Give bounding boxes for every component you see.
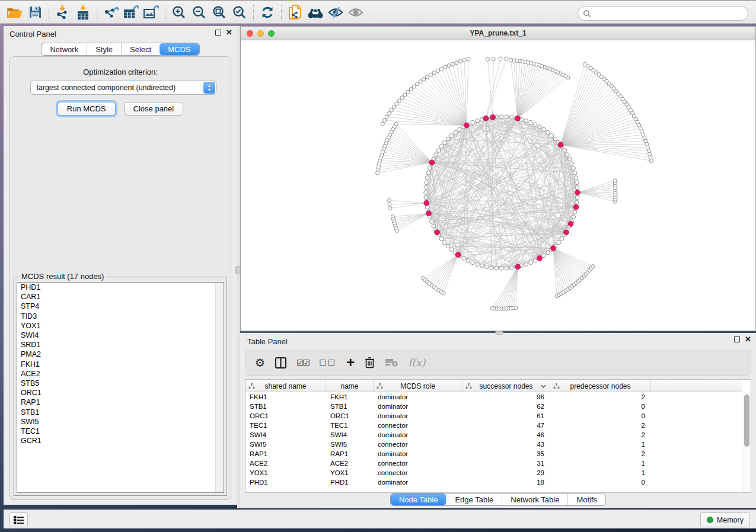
- mcds-result-item[interactable]: TID3: [17, 312, 224, 321]
- network-node[interactable]: [514, 306, 518, 309]
- network-node[interactable]: [485, 265, 489, 269]
- network-node[interactable]: [381, 122, 384, 126]
- network-node[interactable]: [546, 251, 550, 255]
- optimization-criterion-select[interactable]: largest connected component (undirected)…: [30, 81, 216, 95]
- network-node[interactable]: [471, 261, 475, 265]
- network-mcds-node[interactable]: [551, 246, 556, 251]
- export-image-icon[interactable]: [141, 3, 161, 22]
- mcds-result-item[interactable]: FKH1: [17, 360, 224, 369]
- network-node[interactable]: [422, 78, 426, 81]
- network-node[interactable]: [509, 116, 513, 120]
- network-node[interactable]: [387, 112, 391, 116]
- table-cell-successor-nodes[interactable]: 96: [462, 392, 550, 402]
- network-node[interactable]: [542, 127, 546, 132]
- table-row[interactable]: STB1STB1dominator620: [245, 402, 742, 411]
- deselect-all-icon[interactable]: ☐☐: [319, 358, 336, 367]
- network-node[interactable]: [563, 149, 567, 153]
- network-node[interactable]: [424, 191, 428, 195]
- close-panel-button[interactable]: Close panel: [124, 102, 184, 116]
- network-node[interactable]: [546, 130, 550, 134]
- function-builder-icon[interactable]: f(x): [408, 357, 425, 368]
- network-mcds-node[interactable]: [575, 190, 580, 196]
- mcds-result-item[interactable]: ORC1: [17, 388, 224, 398]
- table-scrollbar[interactable]: [742, 392, 751, 492]
- import-network-icon[interactable]: [53, 3, 73, 22]
- network-node[interactable]: [529, 120, 533, 124]
- table-row[interactable]: PHD1PHD1dominator180: [245, 477, 742, 487]
- network-node[interactable]: [451, 62, 455, 66]
- zoom-in-icon[interactable]: [169, 3, 189, 22]
- zoom-selected-icon[interactable]: [229, 3, 250, 22]
- search-box[interactable]: [578, 6, 748, 21]
- table-cell-mcds-role[interactable]: connector: [374, 468, 462, 477]
- network-mcds-node[interactable]: [515, 264, 521, 270]
- network-node[interactable]: [443, 241, 447, 245]
- table-cell-predecessor-nodes[interactable]: 2: [550, 392, 651, 402]
- table-scrollbar-thumb[interactable]: [744, 395, 749, 447]
- mcds-result-item[interactable]: RAP1: [17, 398, 224, 407]
- tab-network[interactable]: Network: [42, 43, 87, 55]
- network-node[interactable]: [440, 67, 444, 70]
- network-window-titlebar[interactable]: YPA_prune.txt_1: [241, 27, 755, 40]
- table-cell-successor-nodes[interactable]: 47: [462, 421, 550, 430]
- network-node[interactable]: [436, 149, 441, 153]
- table-cell-name[interactable]: ACE2: [326, 459, 374, 468]
- add-column-icon[interactable]: +: [346, 357, 355, 368]
- table-cell-shared-name[interactable]: SWI5: [245, 440, 326, 449]
- table-cell-successor-nodes[interactable]: 29: [462, 468, 550, 477]
- table-cell-mcds-role[interactable]: dominator: [374, 477, 462, 487]
- table-cell-mcds-role[interactable]: dominator: [374, 411, 462, 421]
- network-node[interactable]: [575, 200, 579, 204]
- table-row[interactable]: RAP1RAP1dominator352: [245, 449, 742, 459]
- mcds-result-item[interactable]: YOX1: [17, 321, 224, 331]
- network-node[interactable]: [575, 196, 579, 200]
- table-row[interactable]: ACE2ACE2connector311: [245, 459, 742, 468]
- network-node[interactable]: [395, 229, 398, 232]
- network-node[interactable]: [446, 244, 450, 248]
- network-node[interactable]: [462, 257, 466, 261]
- network-mcds-node[interactable]: [455, 252, 461, 258]
- network-node[interactable]: [574, 176, 578, 180]
- network-node[interactable]: [529, 261, 533, 265]
- show-all-icon[interactable]: [346, 3, 366, 22]
- network-node[interactable]: [575, 185, 579, 190]
- table-cell-name[interactable]: TEC1: [326, 421, 374, 430]
- delete-icon[interactable]: [365, 357, 375, 368]
- save-session-icon[interactable]: [25, 3, 45, 22]
- network-node[interactable]: [424, 196, 428, 200]
- network-node[interactable]: [583, 63, 586, 66]
- network-node[interactable]: [397, 99, 401, 102]
- table-row[interactable]: ORC1ORC1dominator610: [245, 411, 742, 421]
- table-cell-successor-nodes[interactable]: 31: [462, 459, 550, 468]
- network-node[interactable]: [376, 171, 379, 175]
- network-node[interactable]: [480, 264, 484, 268]
- tab-network-table[interactable]: Network Table: [502, 493, 567, 505]
- table-cell-name[interactable]: SWI4: [326, 430, 374, 440]
- network-node[interactable]: [524, 119, 528, 123]
- column-header-shared-name[interactable]: shared name: [245, 380, 326, 392]
- network-node[interactable]: [443, 140, 447, 145]
- network-node[interactable]: [476, 119, 480, 123]
- network-node[interactable]: [573, 210, 577, 214]
- table-row[interactable]: SWI4SWI4dominator462: [245, 430, 742, 440]
- clone-network-icon[interactable]: [285, 3, 305, 22]
- network-mcds-node[interactable]: [435, 230, 440, 235]
- mcds-result-item[interactable]: STB1: [17, 408, 224, 417]
- network-mcds-node[interactable]: [424, 201, 429, 206]
- network-node[interactable]: [566, 153, 570, 157]
- table-cell-shared-name[interactable]: TEC1: [245, 421, 326, 430]
- network-node[interactable]: [509, 266, 513, 270]
- network-mcds-node[interactable]: [490, 115, 496, 120]
- network-node[interactable]: [533, 259, 537, 263]
- table-cell-mcds-role[interactable]: connector: [374, 421, 462, 430]
- table-cell-successor-nodes[interactable]: 46: [462, 430, 550, 440]
- network-node[interactable]: [471, 120, 475, 124]
- table-cell-predecessor-nodes[interactable]: 0: [550, 411, 651, 421]
- table-cell-shared-name[interactable]: RAP1: [245, 449, 326, 459]
- table-cell-predecessor-nodes[interactable]: 1: [550, 459, 651, 468]
- network-node[interactable]: [428, 166, 432, 171]
- first-neighbors-icon[interactable]: [305, 3, 326, 22]
- tab-style[interactable]: Style: [87, 43, 121, 55]
- open-session-icon[interactable]: [5, 3, 25, 22]
- table-cell-mcds-role[interactable]: dominator: [374, 449, 462, 459]
